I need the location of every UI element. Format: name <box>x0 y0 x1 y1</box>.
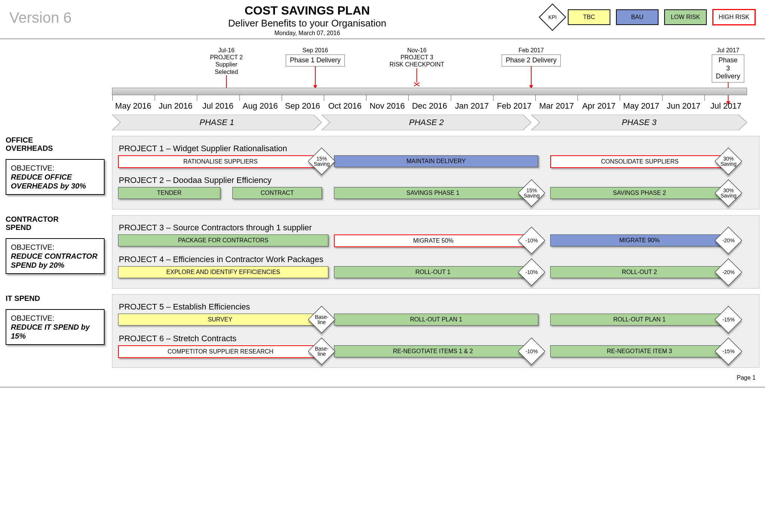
milestone: Jul-16PROJECT 2SupplierSelected <box>210 47 243 94</box>
project-row: EXPLORE AND IDENTIFY EFFICIENCIESROLL-OU… <box>118 266 753 279</box>
month-label: Aug 2016 <box>243 101 278 111</box>
gantt-bar: MIGRATE 50% <box>334 234 532 247</box>
legend-kpi: KPI <box>539 3 566 31</box>
month-label: Dec 2016 <box>412 101 447 111</box>
gantt-bar: RATIONALISE SUPPLIERS <box>118 155 323 168</box>
month-label: Jul 2016 <box>202 101 233 111</box>
legend-bau: BAU <box>616 9 659 25</box>
milestone: Sep 2016Phase 1 Delivery <box>286 47 345 89</box>
project-label: PROJECT 2 – Doodaa Supplier Efficiency <box>119 175 753 185</box>
month-label: May 2016 <box>115 101 151 111</box>
month-label: Oct 2016 <box>328 101 362 111</box>
timeline-axis <box>112 88 747 95</box>
month-label: May 2017 <box>623 101 659 111</box>
month-label: Jun 2016 <box>159 101 193 111</box>
project-label: PROJECT 3 – Source Contractors through 1… <box>119 223 753 233</box>
title-block: COST SAVINGS PLAN Deliver Benefits to yo… <box>72 4 543 37</box>
section: CONTRACTORSPEND OBJECTIVE:REDUCE CONTRAC… <box>6 215 759 289</box>
phase-arrow: PHASE 2 <box>322 115 531 130</box>
legend-tbc: TBC <box>568 9 610 25</box>
gantt-bar: SAVINGS PHASE 2 <box>550 187 729 199</box>
gantt-bar: COMPETITOR SUPPLIER RESEARCH <box>118 345 323 358</box>
section-title: CONTRACTORSPEND <box>6 215 105 231</box>
milestone: Nov-16PROJECT 3RISK CHECKPOINT <box>390 47 445 87</box>
legend-low-risk: LOW RISK <box>664 9 707 25</box>
month-label: Nov 2016 <box>370 101 405 111</box>
legend: KPI TBC BAU LOW RISK HIGH RISK <box>543 7 756 27</box>
month-label: Jan 2017 <box>455 101 489 111</box>
month-label: Mar 2017 <box>539 101 574 111</box>
section-content: PROJECT 3 – Source Contractors through 1… <box>112 215 759 289</box>
gantt-bar: ROLL-OUT 1 <box>334 266 532 278</box>
gantt-bar: MIGRATE 90% <box>550 234 729 246</box>
section-content: PROJECT 5 – Establish EfficienciesSURVEY… <box>112 294 759 368</box>
gantt-bar: MAINTAIN DELIVERY <box>334 155 538 167</box>
project-row: SURVEYROLL-OUT PLAN 1ROLL-OUT PLAN 1Base… <box>118 314 753 326</box>
gantt-bar: ROLL-OUT PLAN 1 <box>334 314 538 326</box>
month-label: Jun 2017 <box>667 101 701 111</box>
gantt-bar: RE-NEGOTIATE ITEM 3 <box>550 345 729 357</box>
section-content: PROJECT 1 – Widget Supplier Rationalisat… <box>112 136 759 209</box>
phase-arrow: PHASE 1 <box>112 115 322 130</box>
milestone: Jul 2017Phase 3 Delivery <box>712 47 744 105</box>
gantt-bar: EXPLORE AND IDENTIFY EFFICIENCIES <box>118 266 328 278</box>
section: IT SPEND OBJECTIVE:REDUCE IT SPEND by 15… <box>6 294 759 368</box>
header-date: Monday, March 07, 2016 <box>72 30 543 37</box>
project-label: PROJECT 5 – Establish Efficiencies <box>119 302 753 312</box>
legend-high-risk: HIGH RISK <box>712 9 756 25</box>
gantt-bar: CONSOLIDATE SUPPLIERS <box>550 155 730 168</box>
gantt-bar: SAVINGS PHASE 1 <box>334 187 532 199</box>
objective-box: OBJECTIVE:REDUCE OFFICE OVERHEADS by 30% <box>6 159 105 195</box>
timeline-labels: May 2016Jun 2016Jul 2016Aug 2016Sep 2016… <box>112 101 747 112</box>
objective-box: OBJECTIVE:REDUCE IT SPEND by 15% <box>6 309 105 345</box>
section: OFFICEOVERHEADS OBJECTIVE:REDUCE OFFICE … <box>6 136 759 209</box>
version-label: Version 6 <box>9 9 72 26</box>
objective-box: OBJECTIVE:REDUCE CONTRACTOR SPEND by 20% <box>6 238 105 274</box>
month-label: Jul 2017 <box>710 101 741 111</box>
month-label: Feb 2017 <box>497 101 532 111</box>
month-label: Sep 2016 <box>285 101 320 111</box>
page-footer: Page 1 <box>0 371 765 388</box>
project-row: TENDERCONTRACTSAVINGS PHASE 1SAVINGS PHA… <box>118 187 753 200</box>
milestones-row: Jul-16PROJECT 2SupplierSelectedSep 2016P… <box>112 47 747 88</box>
project-row: RATIONALISE SUPPLIERSMAINTAIN DELIVERYCO… <box>118 155 753 168</box>
gantt-bar: RE-NEGOTIATE ITEMS 1 & 2 <box>334 345 532 357</box>
project-row: COMPETITOR SUPPLIER RESEARCHRE-NEGOTIATE… <box>118 345 753 358</box>
section-title: IT SPEND <box>6 294 105 302</box>
month-label: Apr 2017 <box>582 101 616 111</box>
timeline: Jul-16PROJECT 2SupplierSelectedSep 2016P… <box>112 47 747 130</box>
gantt-bar: CONTRACT <box>232 187 322 199</box>
title: COST SAVINGS PLAN <box>72 4 543 18</box>
gantt-bar: ROLL-OUT PLAN 1 <box>550 314 729 326</box>
gantt-bar: ROLL-OUT 2 <box>550 266 729 278</box>
gantt-bar: TENDER <box>118 187 220 199</box>
project-row: PACKAGE FOR CONTRACTORSMIGRATE 50%MIGRAT… <box>118 234 753 247</box>
subtitle: Deliver Benefits to your Organisation <box>72 18 543 29</box>
phase-arrow: PHASE 3 <box>531 115 747 130</box>
milestone: Feb 2017Phase 2 Delivery <box>502 47 561 89</box>
project-label: PROJECT 4 – Efficiencies in Contractor W… <box>119 255 753 264</box>
project-label: PROJECT 1 – Widget Supplier Rationalisat… <box>119 144 753 153</box>
section-title: OFFICEOVERHEADS <box>6 136 105 152</box>
project-label: PROJECT 6 – Stretch Contracts <box>119 334 753 343</box>
gantt-bar: PACKAGE FOR CONTRACTORS <box>118 234 328 246</box>
page-header: Version 6 COST SAVINGS PLAN Deliver Bene… <box>0 0 765 39</box>
phase-row: PHASE 1PHASE 2PHASE 3 <box>112 115 747 130</box>
gantt-bar: SURVEY <box>118 314 322 326</box>
